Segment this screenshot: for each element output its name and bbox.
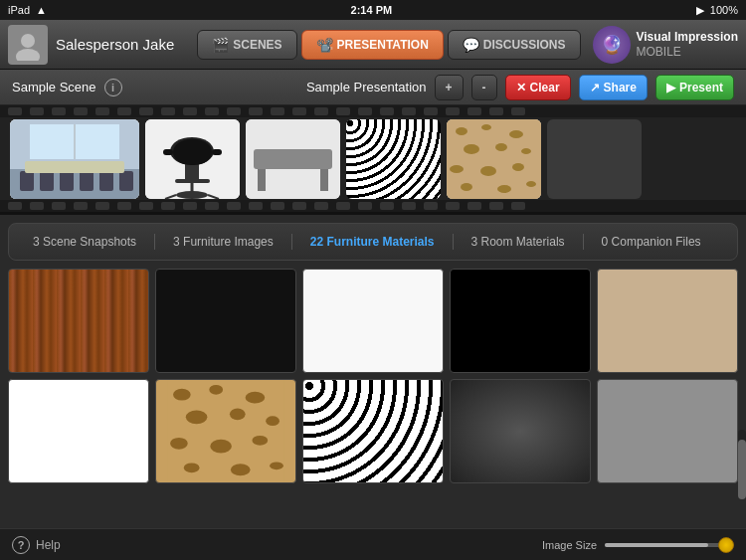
signal-icon: ▶ — [696, 4, 704, 17]
slider-thumb[interactable] — [718, 537, 734, 553]
svg-point-36 — [480, 166, 496, 176]
scene-info-button[interactable]: i — [104, 79, 122, 96]
film-perfs-bottom — [0, 200, 746, 212]
presentation-label: Sample Presentation — [306, 80, 427, 94]
filter-divider-4 — [583, 234, 584, 250]
svg-point-50 — [252, 436, 268, 446]
grid-cell-black[interactable] — [155, 269, 296, 373]
svg-rect-5 — [40, 171, 54, 191]
svg-point-33 — [495, 143, 507, 151]
svg-point-29 — [456, 127, 467, 135]
svg-point-44 — [246, 392, 266, 404]
film-thumb-1[interactable] — [10, 119, 139, 199]
svg-point-32 — [464, 144, 479, 154]
svg-rect-21 — [173, 139, 212, 165]
svg-point-35 — [450, 165, 464, 173]
svg-point-42 — [173, 389, 191, 401]
grid-cell-dark-texture[interactable] — [450, 379, 591, 483]
grid-cell-pure-black[interactable] — [450, 269, 591, 373]
avatar — [8, 25, 48, 65]
svg-point-49 — [210, 440, 232, 454]
film-thumb-5[interactable] — [447, 119, 541, 199]
filter-tab-furniture-images[interactable]: 3 Furniture Images — [159, 230, 287, 254]
filter-tab-furniture-materials[interactable]: 22 Furniture Materials — [296, 230, 449, 254]
svg-point-47 — [266, 416, 280, 426]
wifi-icon: ▲ — [36, 4, 47, 16]
tab-discussions-label: DISCUSSIONS — [483, 38, 566, 52]
image-size-slider[interactable] — [605, 543, 734, 547]
film-thumb-4[interactable] — [346, 119, 441, 199]
grid-cell-white[interactable] — [302, 269, 444, 373]
svg-rect-23 — [212, 149, 222, 155]
svg-point-0 — [21, 34, 35, 48]
brand-text: Visual Impression MOBILE — [637, 30, 739, 59]
help-label: Help — [36, 538, 61, 552]
image-size-label: Image Size — [542, 539, 597, 551]
share-button[interactable]: ↗ Share — [579, 75, 648, 100]
grid-cell-leopard[interactable] — [155, 379, 296, 483]
nav-tabs: 🎬 SCENES 📽️ PRESENTATION 💬 DISCUSSIONS — [197, 30, 580, 60]
remove-button[interactable]: - — [471, 75, 497, 100]
svg-rect-25 — [254, 149, 332, 169]
header: Salesperson Jake 🎬 SCENES 📽️ PRESENTATIO… — [0, 20, 746, 70]
svg-point-30 — [481, 124, 491, 130]
svg-point-48 — [170, 438, 188, 450]
tab-scenes[interactable]: 🎬 SCENES — [197, 30, 296, 60]
help-button[interactable]: ? Help — [12, 536, 61, 554]
filter-tab-companion-files[interactable]: 0 Companion Files — [588, 230, 715, 254]
filter-divider-2 — [291, 234, 292, 250]
filter-divider-1 — [154, 234, 155, 250]
scene-name: Sample Scene — [12, 80, 96, 94]
svg-point-43 — [209, 385, 223, 395]
tab-discussions[interactable]: 💬 DISCUSSIONS — [448, 30, 581, 60]
brand-icon: 🔮 — [593, 26, 631, 64]
present-button[interactable]: ▶ Present — [655, 75, 734, 100]
bottom-bar: ? Help Image Size — [0, 528, 746, 560]
battery-label: 100% — [710, 4, 738, 16]
svg-point-51 — [184, 463, 200, 472]
grid-cell-white2[interactable] — [8, 379, 149, 483]
svg-point-52 — [231, 464, 251, 475]
scrollbar-thumb[interactable] — [738, 440, 746, 499]
help-icon: ? — [12, 536, 30, 554]
tab-presentation[interactable]: 📽️ PRESENTATION — [301, 30, 444, 60]
svg-rect-8 — [99, 171, 113, 191]
grid-cell-gray[interactable] — [597, 379, 738, 483]
svg-point-45 — [186, 410, 208, 424]
film-thumb-6[interactable] — [547, 119, 642, 199]
svg-point-39 — [497, 185, 511, 193]
scrollbar[interactable] — [738, 430, 746, 498]
slider-fill — [605, 543, 708, 547]
svg-rect-22 — [163, 149, 173, 155]
clear-x-icon: ✕ — [516, 81, 526, 94]
svg-rect-7 — [80, 171, 93, 191]
content-area: 3 Scene Snapshots 3 Furniture Images 22 … — [0, 215, 746, 528]
svg-point-18 — [176, 191, 208, 199]
filter-tab-snapshots[interactable]: 3 Scene Snapshots — [19, 230, 150, 254]
grid-cell-wood[interactable] — [8, 269, 149, 373]
film-perfs-top — [0, 105, 746, 117]
filmstrip — [0, 105, 746, 215]
carrier-label: iPad — [8, 4, 30, 16]
svg-point-1 — [16, 49, 40, 61]
clear-button[interactable]: ✕ Clear — [505, 75, 571, 100]
grid-cell-polka[interactable] — [302, 379, 444, 483]
time-display: 2:14 PM — [351, 4, 393, 16]
svg-rect-10 — [25, 161, 124, 173]
filter-tab-room-materials[interactable]: 3 Room Materials — [458, 230, 579, 254]
svg-point-46 — [230, 408, 246, 420]
film-images — [4, 105, 742, 213]
svg-rect-16 — [175, 179, 210, 183]
film-thumb-2[interactable] — [145, 119, 240, 199]
status-bar: iPad ▲ 2:14 PM ▶ 100% — [0, 0, 746, 20]
user-name: Salesperson Jake — [56, 36, 197, 53]
svg-rect-15 — [185, 163, 199, 181]
brand-logo: 🔮 Visual Impression MOBILE — [593, 26, 739, 64]
discussions-icon: 💬 — [463, 37, 479, 53]
grid-cell-tan[interactable] — [597, 269, 738, 373]
image-grid — [8, 269, 738, 487]
svg-point-38 — [461, 183, 472, 191]
tab-presentation-label: PRESENTATION — [337, 38, 429, 52]
add-button[interactable]: + — [435, 75, 464, 100]
film-thumb-3[interactable] — [246, 119, 340, 199]
